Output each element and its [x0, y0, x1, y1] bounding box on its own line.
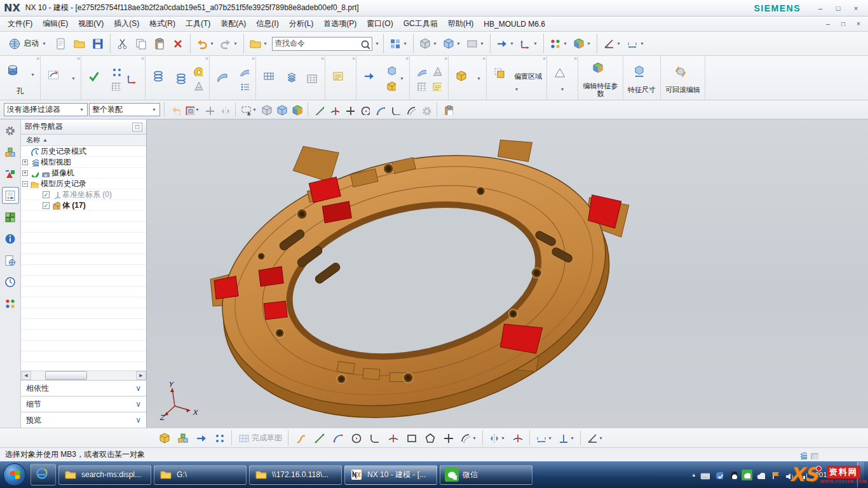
overflow-arrow[interactable]: » [482, 56, 485, 62]
display-mode-button[interactable]: ▾ [417, 35, 440, 53]
dropdown-arrow[interactable]: ▾ [432, 41, 438, 46]
tree-row-cameras[interactable]: + 摄像机 [21, 168, 146, 179]
graphics-window[interactable]: Y Z X [147, 119, 868, 428]
menu-window[interactable]: 窗口(O) [362, 17, 398, 31]
geometric-constraint-button[interactable]: ▾ [555, 429, 577, 447]
command-search-input[interactable] [275, 39, 360, 48]
cut-button[interactable] [114, 35, 132, 53]
dropdown-arrow[interactable]: ▾ [514, 86, 520, 92]
view-triad[interactable]: Y Z X [156, 381, 201, 421]
restore-button[interactable]: □ [830, 3, 846, 13]
overflow-arrow[interactable]: » [36, 56, 39, 62]
chevron-down-icon[interactable]: ∨ [135, 384, 141, 393]
overflow-arrow[interactable]: » [352, 56, 355, 62]
polygon-button[interactable] [421, 429, 438, 447]
constraint-navigator-button[interactable] [2, 165, 19, 182]
dropdown-arrow[interactable]: ▾ [560, 86, 566, 92]
redo-button[interactable]: ▾ [217, 35, 240, 53]
point-button[interactable] [439, 429, 457, 447]
undo-button[interactable]: ▾ [194, 35, 217, 53]
tree-row-datum-csys[interactable]: ✓ 基准坐标系 (0) [21, 189, 146, 200]
offset-region-button[interactable] [491, 65, 513, 86]
section-details[interactable]: 细节 ∨ [21, 396, 146, 412]
part-navigator-button[interactable] [2, 187, 19, 204]
tray-volume-icon[interactable] [783, 470, 794, 480]
circle-button[interactable] [347, 429, 365, 447]
arc-button[interactable] [329, 429, 346, 447]
previous-selection-button[interactable] [168, 103, 182, 117]
minimize-button[interactable]: – [812, 3, 829, 13]
reuse-library-button[interactable] [2, 208, 19, 226]
overflow-arrow[interactable]: » [252, 56, 255, 62]
navigator-column-header[interactable]: 名称 ▲ [21, 135, 146, 146]
menu-analysis[interactable]: 分析(L) [284, 17, 319, 31]
overflow-arrow[interactable]: » [543, 56, 546, 62]
spring-button[interactable] [173, 71, 189, 87]
sketch-button[interactable] [45, 67, 69, 91]
wireframe-select-button[interactable] [275, 103, 288, 117]
measure-distance-button[interactable]: ▾ [624, 35, 647, 53]
triangle-tool-button[interactable] [552, 65, 573, 86]
sketch-snap-button[interactable] [210, 429, 228, 447]
dropdown-arrow[interactable]: ▾ [194, 107, 200, 112]
bounding-box-button[interactable] [384, 79, 398, 93]
torus-button[interactable] [191, 64, 205, 78]
overflow-arrow[interactable]: » [444, 56, 447, 62]
clipboard-button[interactable] [441, 103, 455, 117]
menu-view[interactable]: 视图(V) [73, 17, 109, 31]
menu-help[interactable]: 帮助(H) [443, 17, 479, 31]
lattice-button[interactable] [261, 68, 282, 90]
box-feature-button[interactable] [453, 68, 475, 90]
tray-cloud-icon[interactable] [756, 470, 766, 480]
angle-tool-button[interactable]: ▾ [584, 429, 606, 447]
tray-expand-button[interactable]: ▴ [691, 471, 696, 478]
highlight-face-button[interactable]: ▾ [184, 103, 201, 117]
dropdown-arrow[interactable]: ▾ [151, 107, 157, 112]
detail-note-button[interactable] [430, 79, 444, 93]
detail-surface-button[interactable] [414, 64, 428, 78]
scroll-right-arrow[interactable]: ▶ [136, 371, 146, 380]
doc-restore-button[interactable]: □ [836, 19, 850, 29]
lasso-select-button[interactable]: ▾ [240, 103, 258, 117]
paste-button[interactable] [151, 35, 168, 53]
hole-button[interactable] [4, 62, 29, 86]
menu-hb-mould[interactable]: HB_MOULD M6.6 [478, 18, 550, 30]
window-layout-button[interactable]: ▾ [387, 35, 410, 53]
menu-edit[interactable]: 编辑(E) [37, 17, 73, 31]
dropdown-arrow[interactable]: ▾ [547, 435, 553, 441]
move-face-button[interactable] [361, 68, 383, 90]
model-3d[interactable] [147, 119, 868, 428]
overflow-arrow[interactable]: » [321, 56, 324, 62]
show-desktop-button[interactable] [857, 462, 864, 487]
dropdown-arrow[interactable]: ▾ [30, 72, 36, 78]
datum-csys-checkbox[interactable]: ✓ [43, 191, 50, 198]
ie-taskbar-button[interactable] [31, 464, 56, 485]
navigator-pin-button[interactable]: □ [132, 123, 142, 132]
tray-security-icon[interactable] [714, 470, 724, 480]
detail-cone-button[interactable] [430, 64, 444, 78]
sketch-dimension-button[interactable]: ▾ [533, 429, 555, 447]
sketch-group-button[interactable] [173, 429, 191, 447]
dropdown-arrow[interactable]: ▾ [209, 41, 215, 46]
snap-endpoint-button[interactable] [312, 103, 326, 117]
feature-list-button[interactable] [237, 79, 251, 93]
deselect-all-button[interactable] [202, 103, 216, 117]
dropdown-arrow[interactable]: ▾ [639, 41, 645, 46]
finish-check-button[interactable] [86, 68, 107, 90]
tree-row-body[interactable]: ✓ 体 (17) [21, 200, 146, 211]
snap-midpoint-button[interactable] [327, 103, 341, 117]
show-hidden-button[interactable] [259, 103, 273, 117]
dropdown-arrow[interactable]: ▾ [476, 76, 482, 81]
menu-insert[interactable]: 插入(S) [109, 17, 144, 31]
layers-button[interactable] [283, 69, 302, 88]
tree-row-model-history[interactable]: − 模型历史记录 [21, 179, 146, 189]
snap-arc-center-button[interactable] [358, 103, 372, 117]
datum-axis-button[interactable] [124, 71, 140, 87]
collapse-icon[interactable]: − [22, 181, 28, 187]
dropdown-arrow[interactable]: ▾ [562, 41, 568, 46]
snap-tangent-button[interactable] [403, 103, 417, 117]
web-browser-button[interactable] [2, 252, 19, 269]
rollback-edit-button[interactable] [672, 64, 694, 85]
expand-icon[interactable]: + [22, 170, 28, 176]
chevron-down-icon[interactable]: ∨ [135, 400, 141, 409]
